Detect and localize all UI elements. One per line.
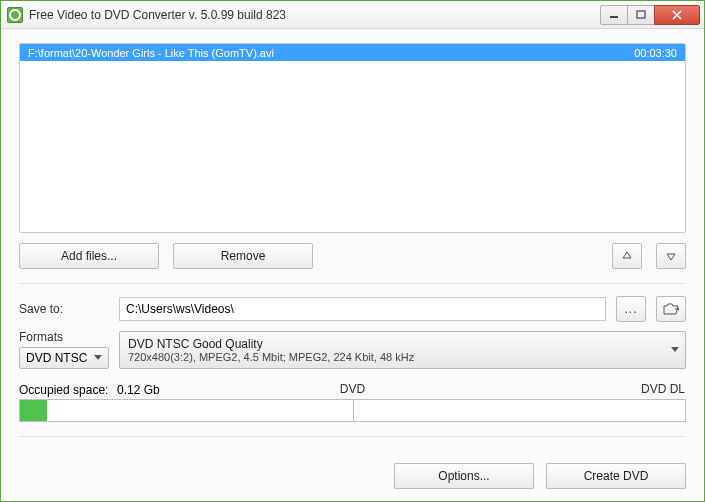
arrow-down-icon	[665, 250, 677, 262]
add-files-button[interactable]: Add files...	[19, 243, 159, 269]
formats-left: Formats DVD NTSC	[19, 330, 109, 369]
file-path: F:\format\20-Wonder Girls - Like This (G…	[28, 47, 634, 59]
minimize-icon	[609, 10, 619, 20]
space-meter: DVD DVD DL	[19, 399, 686, 422]
meter-mark-dvddl: DVD DL	[641, 382, 685, 396]
close-button[interactable]	[654, 5, 700, 25]
formats-row: Formats DVD NTSC DVD NTSC Good Quality 7…	[19, 330, 686, 369]
titlebar: Free Video to DVD Converter v. 5.0.99 bu…	[1, 1, 704, 29]
file-list-item[interactable]: F:\format\20-Wonder Girls - Like This (G…	[20, 44, 685, 61]
svg-rect-0	[610, 16, 618, 18]
format-select[interactable]: DVD NTSC	[19, 347, 109, 369]
window-title: Free Video to DVD Converter v. 5.0.99 bu…	[29, 8, 601, 22]
move-down-button[interactable]	[656, 243, 686, 269]
options-button[interactable]: Options...	[394, 463, 534, 489]
maximize-button[interactable]	[627, 5, 655, 25]
content-area: F:\format\20-Wonder Girls - Like This (G…	[1, 29, 704, 501]
remove-button[interactable]: Remove	[173, 243, 313, 269]
footer-row: Options... Create DVD	[19, 463, 686, 489]
file-duration: 00:03:30	[634, 47, 677, 59]
meter-tick-dvd	[353, 400, 354, 421]
app-window: Free Video to DVD Converter v. 5.0.99 bu…	[0, 0, 705, 502]
format-select-value: DVD NTSC	[26, 351, 87, 365]
formats-label: Formats	[19, 330, 109, 344]
meter-mark-dvd: DVD	[340, 382, 365, 396]
chevron-down-icon	[671, 347, 679, 353]
move-up-button[interactable]	[612, 243, 642, 269]
separator	[19, 283, 686, 284]
create-dvd-button[interactable]: Create DVD	[546, 463, 686, 489]
quality-title: DVD NTSC Good Quality	[128, 337, 263, 351]
browse-button[interactable]: ...	[616, 296, 646, 322]
window-buttons	[601, 5, 700, 25]
svg-rect-1	[637, 11, 645, 18]
save-to-row: Save to: ...	[19, 296, 686, 322]
open-folder-icon	[663, 303, 679, 315]
chevron-down-icon	[94, 355, 102, 361]
quality-details: 720x480(3:2), MPEG2, 4.5 Mbit; MPEG2, 22…	[128, 351, 414, 363]
occupied-label: Occupied space:	[19, 383, 109, 397]
maximize-icon	[636, 10, 646, 20]
save-to-input[interactable]	[119, 297, 606, 321]
occupied-value: 0.12 Gb	[117, 383, 173, 397]
file-buttons-row: Add files... Remove	[19, 243, 686, 269]
minimize-button[interactable]	[600, 5, 628, 25]
separator	[19, 436, 686, 437]
app-icon	[7, 7, 23, 23]
save-to-label: Save to:	[19, 302, 109, 316]
close-icon	[671, 10, 683, 20]
arrow-up-icon	[621, 250, 633, 262]
open-folder-button[interactable]	[656, 296, 686, 322]
ellipsis-icon: ...	[624, 302, 637, 316]
space-meter-fill	[20, 400, 47, 421]
file-list[interactable]: F:\format\20-Wonder Girls - Like This (G…	[19, 43, 686, 233]
quality-select[interactable]: DVD NTSC Good Quality 720x480(3:2), MPEG…	[119, 331, 686, 369]
